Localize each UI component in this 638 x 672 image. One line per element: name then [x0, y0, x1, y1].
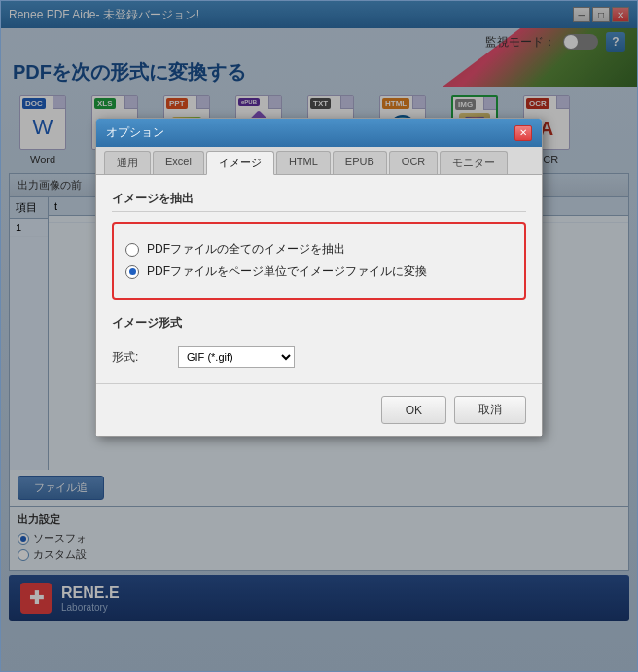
dialog-close-button[interactable]: ✕ [514, 125, 532, 141]
format-select[interactable]: GIF (*.gif) JPEG (*.jpg) PNG (*.png) BMP… [178, 346, 295, 368]
format-select-row: 形式: GIF (*.gif) JPEG (*.jpg) PNG (*.png)… [112, 346, 526, 368]
extract-radio-1[interactable] [125, 243, 139, 257]
tab-excel[interactable]: Excel [153, 151, 204, 174]
format-label: 形式: [112, 349, 170, 366]
extract-option-2-label: PDFファイルをページ単位でイメージファイルに変換 [147, 264, 427, 280]
tab-general[interactable]: 通用 [104, 151, 151, 174]
cancel-button[interactable]: 取消 [454, 396, 526, 424]
dialog-overlay: オプション ✕ 通用 Excel イメージ HTML EPUB OCR モニター… [1, 1, 637, 671]
tab-ocr[interactable]: OCR [389, 151, 438, 174]
dialog-title: オプション [106, 124, 164, 141]
tab-monitor[interactable]: モニター [440, 151, 508, 174]
extract-option-2-row: PDFファイルをページ単位でイメージファイルに変換 [125, 264, 513, 280]
dialog-body: イメージを抽出 PDFファイルの全てのイメージを抽出 PDFファイルをページ単位… [96, 175, 542, 383]
main-window: Renee PDF Aide- 未登録バージョン! ─ □ ✕ 監視モード： ?… [0, 0, 638, 672]
dialog-footer: OK 取消 [96, 383, 542, 436]
ok-button[interactable]: OK [381, 396, 446, 424]
extract-radio-2[interactable] [125, 265, 139, 279]
image-extract-options: PDFファイルの全てのイメージを抽出 PDFファイルをページ単位でイメージファイ… [112, 222, 526, 300]
image-format-title: イメージ形式 [112, 315, 526, 336]
options-dialog: オプション ✕ 通用 Excel イメージ HTML EPUB OCR モニター… [95, 118, 543, 437]
tab-html[interactable]: HTML [276, 151, 331, 174]
dialog-title-bar: オプション ✕ [96, 119, 542, 147]
tab-image[interactable]: イメージ [206, 151, 274, 175]
image-extract-title: イメージを抽出 [112, 191, 526, 212]
tab-epub[interactable]: EPUB [333, 151, 387, 174]
extract-option-1-label: PDFファイルの全てのイメージを抽出 [147, 241, 345, 258]
extract-option-1-row: PDFファイルの全てのイメージを抽出 [125, 241, 513, 258]
dialog-tabs: 通用 Excel イメージ HTML EPUB OCR モニター [96, 147, 542, 175]
image-format-section: イメージ形式 形式: GIF (*.gif) JPEG (*.jpg) PNG … [112, 315, 526, 368]
